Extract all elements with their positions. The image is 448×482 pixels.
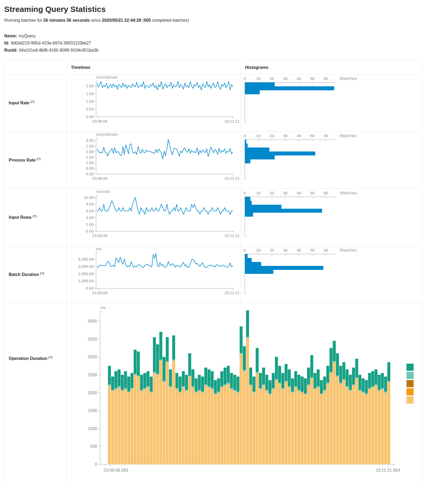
legend-swatch <box>406 388 414 395</box>
page-title: Streaming Query Statistics <box>4 5 444 14</box>
svg-text:60: 60 <box>324 248 328 252</box>
help-icon[interactable]: (?) <box>48 356 52 359</box>
svg-text:60: 60 <box>324 191 328 195</box>
svg-text:ms: ms <box>96 247 102 251</box>
svg-text:30: 30 <box>283 191 288 195</box>
svg-text:#batches: #batches <box>340 191 357 195</box>
svg-text:500: 500 <box>90 444 97 449</box>
svg-text:1.00: 1.00 <box>86 99 94 104</box>
svg-text:40: 40 <box>297 133 301 138</box>
svg-text:0.00: 0.00 <box>86 114 94 119</box>
stats-table: Timelines Histograms Input Rate (?) reco… <box>4 61 422 482</box>
completed-batches-count: 505 <box>144 18 151 23</box>
row-label: Operation Duration <box>9 356 47 361</box>
svg-text:60: 60 <box>324 76 328 81</box>
svg-text:20: 20 <box>270 248 274 252</box>
svg-text:1500: 1500 <box>88 408 97 413</box>
svg-text:1,000.00: 1,000.00 <box>78 279 94 283</box>
svg-text:23:11:21.864: 23:11:21.864 <box>376 468 400 472</box>
svg-text:23:06:06: 23:06:06 <box>92 291 107 295</box>
svg-text:#batches: #batches <box>340 248 357 252</box>
input-rate-label-cell: Input Rate (?) <box>4 74 67 132</box>
svg-text:2.50: 2.50 <box>86 144 94 148</box>
batch-duration-label-cell: Batch Duration (?) <box>4 246 67 303</box>
svg-text:0.50: 0.50 <box>86 166 94 171</box>
svg-text:1.50: 1.50 <box>86 155 94 159</box>
query-name-value: myQuery <box>19 34 36 38</box>
running-batches-summary: Running batches for 26 minutes 56 second… <box>4 18 444 23</box>
svg-text:50: 50 <box>310 248 315 252</box>
row-label: Input Rate <box>9 101 29 105</box>
svg-text:4000: 4000 <box>88 319 97 323</box>
svg-text:2,000.00: 2,000.00 <box>78 271 94 276</box>
input-rate-row: Input Rate (?) records/sec0.000.501.001.… <box>4 74 422 132</box>
svg-text:0: 0 <box>244 76 246 81</box>
legend-swatch <box>406 380 414 387</box>
svg-text:20: 20 <box>270 76 274 81</box>
legend-swatch <box>406 372 414 379</box>
streaming-query-statistics-page: Streaming Query Statistics Running batch… <box>0 0 448 482</box>
svg-text:10.00: 10.00 <box>84 195 94 200</box>
process-rate-row: Process Rate (?) records/sec0.000.501.00… <box>4 132 422 189</box>
svg-text:8.00: 8.00 <box>86 202 94 206</box>
svg-text:0: 0 <box>244 133 246 138</box>
legend-swatch <box>406 364 414 371</box>
input-rows-label-cell: Input Rows (?) <box>4 189 67 246</box>
svg-text:0.00: 0.00 <box>86 229 94 233</box>
svg-text:23:11:21: 23:11:21 <box>224 119 239 123</box>
operation-duration-row: Operation Duration (?) ms050010001500200… <box>4 303 422 482</box>
help-icon[interactable]: (?) <box>37 157 40 160</box>
row-label: Batch Duration <box>9 273 39 277</box>
svg-text:20: 20 <box>270 191 274 195</box>
svg-text:10: 10 <box>256 248 261 252</box>
input-rows-row: Input Rows (?) records0.002.004.006.008.… <box>4 189 422 246</box>
svg-text:3500: 3500 <box>88 337 97 341</box>
query-name-line: Name:myQuery <box>4 32 444 39</box>
svg-text:1000: 1000 <box>88 426 97 431</box>
process-rate-label-cell: Process Rate (?) <box>4 132 67 189</box>
svg-text:40: 40 <box>297 191 301 195</box>
svg-text:#batches: #batches <box>340 76 357 81</box>
svg-text:23:06:06: 23:06:06 <box>92 176 107 181</box>
operation-duration-legend <box>406 364 414 404</box>
input-rows-histogram-chart: 0102030405060#batches <box>241 189 422 246</box>
svg-text:2500: 2500 <box>88 373 97 377</box>
svg-text:2.00: 2.00 <box>86 84 94 88</box>
svg-text:10: 10 <box>256 191 261 195</box>
svg-text:0: 0 <box>95 462 97 467</box>
row-label: Process Rate <box>9 158 35 163</box>
svg-text:23:11:21: 23:11:21 <box>224 233 239 238</box>
svg-text:10: 10 <box>256 76 261 81</box>
svg-text:40: 40 <box>297 248 301 252</box>
svg-text:records/sec: records/sec <box>96 132 118 137</box>
svg-text:20: 20 <box>270 133 274 138</box>
svg-text:records/sec: records/sec <box>96 75 118 79</box>
svg-text:1.00: 1.00 <box>86 160 94 165</box>
running-duration: 26 minutes 56 seconds <box>43 18 90 23</box>
svg-text:0.00: 0.00 <box>86 286 94 291</box>
svg-text:6.00: 6.00 <box>86 209 94 213</box>
svg-text:2.00: 2.00 <box>86 149 94 154</box>
svg-text:3,000.00: 3,000.00 <box>78 264 94 269</box>
svg-text:#batches: #batches <box>340 133 357 138</box>
svg-text:1.50: 1.50 <box>86 91 94 96</box>
process-rate-histogram-chart: 0102030405060#batches <box>241 132 422 189</box>
legend-swatch <box>406 396 414 404</box>
operation-duration-stacked-chart: ms0500100015002000250030003500400023:06:… <box>67 303 422 482</box>
svg-text:50: 50 <box>310 191 315 195</box>
svg-text:23:06:06.093: 23:06:06.093 <box>103 468 128 472</box>
timelines-column-header: Timelines <box>67 61 241 74</box>
svg-text:0: 0 <box>244 191 246 195</box>
start-timestamp: 2020/05/21 22:44:28 <box>102 18 141 23</box>
svg-text:2000: 2000 <box>88 391 97 395</box>
query-id-value: 9d0dd219-995d-423e-b97d-36931110bb27 <box>11 41 91 45</box>
histograms-column-header: Histograms <box>241 61 422 74</box>
batch-duration-histogram-chart: 0102030405060#batches <box>241 246 422 303</box>
help-icon[interactable]: (?) <box>40 272 44 275</box>
svg-text:3.00: 3.00 <box>86 138 94 142</box>
svg-text:3000: 3000 <box>88 355 97 359</box>
svg-text:40: 40 <box>297 76 301 81</box>
process-rate-timeline-chart: records/sec0.000.501.001.502.002.503.002… <box>67 132 241 189</box>
help-icon[interactable]: (?) <box>33 215 37 218</box>
help-icon[interactable]: (?) <box>31 100 34 103</box>
